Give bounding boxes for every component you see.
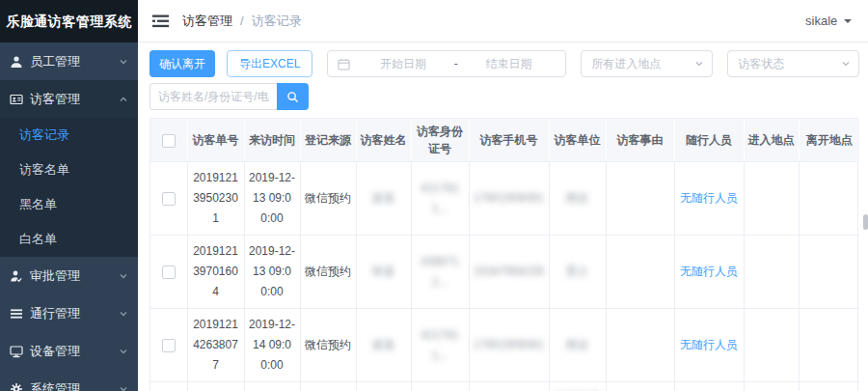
sidebar-item-blacklist[interactable]: 黑名单 — [0, 187, 138, 222]
hamburger-icon — [152, 14, 169, 28]
cell-leave-location — [799, 162, 859, 236]
cell-id-redacted: 4217811... — [411, 162, 469, 236]
main-panel: 访客管理 / 访客记录 sikale 确认离开 导出EXCEL 开始日期 - — [138, 0, 868, 391]
cell-phone-redacted: 17801908081 — [469, 309, 549, 382]
sidebar-item-employee-mgmt[interactable]: 员工管理 — [0, 42, 138, 80]
row-checkbox[interactable] — [162, 339, 176, 352]
cell-visit-time: 2019-12-14 09:00:00 — [244, 382, 300, 391]
cell-company-redacted: 景士 — [549, 236, 606, 309]
table-row: 201912142638077 2019-12-14 09:00:00 微信预约… — [150, 309, 859, 382]
sidebar: 乐脸通访客管理系统 员工管理 访客管理 访客记录 访客名单 黑名单 白名单 — [0, 0, 138, 391]
companions-link[interactable]: 无随行人员 — [680, 191, 738, 205]
sidebar-item-system-mgmt[interactable]: 系统管理 — [0, 370, 138, 391]
col-enter-location: 进入地点 — [744, 119, 799, 162]
chevron-down-icon — [119, 384, 128, 391]
companions-link[interactable]: 无随行人员 — [680, 338, 738, 351]
cell-visit-time: 2019-12-13 09:00:00 — [244, 236, 300, 309]
user-icon — [9, 54, 23, 69]
sidebar-item-label: 设备管理 — [30, 343, 119, 360]
breadcrumb-parent[interactable]: 访客管理 — [182, 13, 232, 30]
sidebar-collapse-button[interactable] — [152, 14, 169, 28]
search-input[interactable] — [149, 83, 277, 110]
gear-icon — [9, 381, 23, 391]
sidebar-item-visitor-mgmt[interactable]: 访客管理 — [0, 80, 138, 118]
chevron-down-icon — [841, 59, 851, 69]
chevron-up-icon — [119, 95, 128, 104]
breadcrumb: 访客管理 / 访客记录 — [182, 13, 302, 30]
sidebar-item-visitor-list[interactable]: 访客名单 — [0, 153, 138, 187]
sidebar-item-access-mgmt[interactable]: 通行管理 — [0, 294, 138, 332]
caret-down-icon — [844, 19, 852, 27]
username: sikale — [805, 14, 837, 28]
date-range-picker[interactable]: 开始日期 - 结束日期 — [327, 50, 566, 77]
chevron-down-icon — [694, 59, 704, 69]
visitor-status-select[interactable]: 访客状态 — [727, 50, 859, 77]
col-id-number: 访客身份证号 — [411, 119, 469, 162]
search-button[interactable] — [277, 83, 309, 110]
visitor-mgmt-submenu: 访客记录 访客名单 黑名单 白名单 — [0, 118, 138, 257]
select-all-checkbox[interactable] — [162, 134, 176, 148]
cell-enter-location — [744, 309, 799, 382]
export-excel-button[interactable]: 导出EXCEL — [227, 50, 312, 77]
app-title: 乐脸通访客管理系统 — [0, 0, 138, 42]
cell-source: 微信预约 — [300, 309, 356, 382]
row-checkbox[interactable] — [162, 265, 176, 279]
cell-id-redacted: 4398712... — [411, 236, 469, 309]
cell-order-no: 201912139701604 — [187, 236, 244, 309]
sidebar-item-visitor-records[interactable]: 访客记录 — [0, 118, 138, 153]
cell-visit-time: 2019-12-13 09:00:00 — [244, 162, 300, 236]
cell-phone-redacted: 17801908081 — [469, 162, 549, 236]
cell-name-redacted: 谢某 — [356, 309, 411, 382]
entry-location-select-value: 所有进入地点 — [591, 56, 694, 72]
cell-visit-time: 2019-12-14 09:00:00 — [244, 309, 300, 382]
entry-location-select[interactable]: 所有进入地点 — [581, 50, 713, 77]
cell-leave-location — [799, 382, 859, 391]
end-date-placeholder[interactable]: 结束日期 — [460, 56, 558, 72]
cell-company-redacted: 商业 — [549, 309, 606, 382]
col-visit-time: 来访时间 — [244, 119, 300, 162]
chevron-down-icon — [119, 271, 128, 281]
visitor-records-table: 访客单号 来访时间 登记来源 访客姓名 访客身份证号 访客手机号 访客单位 访客… — [149, 118, 858, 391]
calendar-icon — [338, 58, 350, 70]
breadcrumb-separator: / — [240, 14, 244, 28]
content-area: 确认离开 导出EXCEL 开始日期 - 结束日期 所有进入地点 — [138, 42, 868, 391]
sidebar-item-label: 通行管理 — [30, 305, 119, 322]
cell-enter-location — [744, 382, 799, 391]
cell-phone-redacted: 13720178818 — [469, 382, 549, 391]
sidebar-item-whitelist[interactable]: 白名单 — [0, 222, 138, 257]
sidebar-item-approval-mgmt[interactable]: 审批管理 — [0, 257, 138, 294]
sidebar-item-label: 审批管理 — [30, 267, 119, 285]
companions-link[interactable]: 无随行人员 — [680, 265, 738, 278]
cell-company-redacted: 深圳市某某网络科技有限公司 — [549, 382, 606, 391]
row-checkbox[interactable] — [162, 192, 176, 206]
cell-order-no: 201912142638077 — [187, 309, 244, 382]
vertical-scrollbar-thumb[interactable] — [863, 214, 868, 230]
start-date-placeholder[interactable]: 开始日期 — [354, 56, 452, 72]
cell-name-redacted: 谢某 — [356, 162, 411, 236]
col-order-no: 访客单号 — [187, 119, 244, 162]
cell-id-redacted: 4217811... — [411, 309, 469, 382]
topbar: 访客管理 / 访客记录 sikale — [138, 0, 868, 42]
table-row: 201912139502301 2019-12-13 09:00:00 微信预约… — [150, 162, 859, 236]
search-icon — [286, 91, 299, 103]
filter-row-1: 确认离开 导出EXCEL 开始日期 - 结束日期 所有进入地点 — [149, 50, 859, 77]
cell-reason — [606, 236, 674, 309]
col-name: 访客姓名 — [356, 119, 411, 162]
cell-order-no: 201912139502301 — [187, 162, 244, 236]
sidebar-item-label: 访客管理 — [30, 91, 119, 108]
date-range-separator: - — [454, 57, 458, 70]
col-company: 访客单位 — [549, 119, 606, 162]
col-leave-location: 离开地点 — [799, 119, 859, 162]
cell-source: 微信预约 — [300, 382, 356, 391]
cell-order-no: 201912149434137 — [187, 382, 244, 391]
sidebar-item-label: 系统管理 — [30, 380, 119, 391]
chevron-down-icon — [119, 309, 128, 319]
chevron-down-icon — [119, 57, 128, 67]
table-row: 201912139701604 2019-12-13 09:00:00 微信预约… — [150, 236, 859, 309]
user-menu[interactable]: sikale — [805, 14, 852, 28]
cell-name-redacted: 韩某 — [356, 236, 411, 309]
cell-source: 微信预约 — [300, 236, 356, 309]
chevron-down-icon — [119, 347, 128, 356]
confirm-leave-button[interactable]: 确认离开 — [149, 50, 215, 77]
sidebar-item-device-mgmt[interactable]: 设备管理 — [0, 332, 138, 370]
